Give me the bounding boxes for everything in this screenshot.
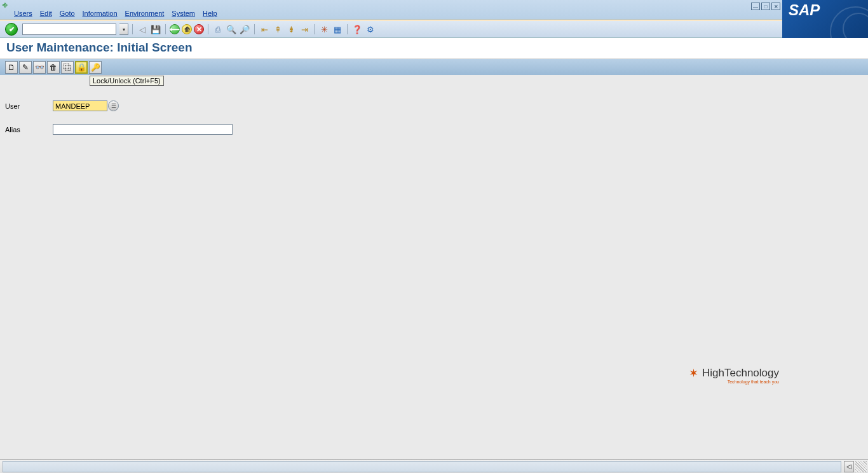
tooltip: Lock/Unlock (Ctrl+F5) bbox=[90, 76, 164, 86]
find-icon[interactable]: 🔍 bbox=[226, 24, 237, 35]
help-icon[interactable]: ❓ bbox=[351, 24, 363, 35]
back-nav-icon[interactable]: ⟵ bbox=[170, 24, 180, 34]
command-dropdown[interactable]: ▾ bbox=[119, 24, 128, 35]
user-field[interactable] bbox=[53, 100, 107, 111]
cancel-nav-icon[interactable]: ✕ bbox=[194, 24, 204, 34]
lock-unlock-button[interactable]: 🔒 bbox=[75, 61, 88, 74]
alias-field[interactable] bbox=[53, 124, 233, 135]
last-page-icon[interactable]: ⇥ bbox=[299, 24, 310, 35]
user-row: User ☰ bbox=[5, 100, 863, 111]
alias-label: Alias bbox=[5, 126, 53, 134]
alias-row: Alias bbox=[5, 124, 863, 135]
find-next-icon[interactable]: 🔎 bbox=[239, 24, 250, 35]
menu-information[interactable]: Information bbox=[83, 10, 118, 17]
user-label: User bbox=[5, 102, 53, 110]
session-icon[interactable]: ⎆ bbox=[3, 0, 8, 10]
menu-help[interactable]: Help bbox=[203, 10, 217, 17]
next-page-icon[interactable]: ⇟ bbox=[285, 24, 297, 35]
menu-environment[interactable]: Environment bbox=[125, 10, 165, 17]
sap-logo: SAP bbox=[782, 0, 868, 38]
menu-goto[interactable]: Goto bbox=[60, 10, 75, 17]
title-bar: User Maintenance: Initial Screen bbox=[0, 38, 868, 59]
password-button[interactable]: 🔑 bbox=[89, 61, 102, 74]
copy-button[interactable]: ⿻ bbox=[61, 61, 74, 74]
command-field[interactable] bbox=[22, 24, 116, 35]
watermark-subtext: Technology that teach you bbox=[728, 380, 779, 384]
menu-users[interactable]: Users bbox=[14, 10, 32, 17]
watermark-icon: ✶ bbox=[689, 366, 698, 380]
page-title: User Maintenance: Initial Screen bbox=[6, 41, 862, 55]
exit-nav-icon[interactable]: ⟰ bbox=[182, 24, 192, 34]
first-page-icon[interactable]: ⇤ bbox=[259, 24, 270, 35]
create-session-icon[interactable]: ✳ bbox=[318, 24, 330, 35]
customize-icon[interactable]: ⚙ bbox=[365, 24, 376, 35]
close-button[interactable]: ✕ bbox=[771, 3, 780, 10]
menu-edit[interactable]: Edit bbox=[40, 10, 52, 17]
menu-system[interactable]: System bbox=[172, 10, 195, 17]
print-icon[interactable]: ⎙ bbox=[212, 24, 224, 35]
status-message bbox=[3, 461, 841, 472]
minimize-button[interactable]: — bbox=[751, 3, 760, 10]
application-toolbar: 🗋 ✎ 👓 🗑 ⿻ 🔒 🔑 Lock/Unlock (Ctrl+F5) bbox=[0, 59, 868, 75]
content-area: User ☰ Alias ✶ HighTechnology Technology… bbox=[0, 75, 868, 418]
create-button[interactable]: 🗋 bbox=[5, 61, 18, 74]
window-header: ⎆ Users Edit Goto Information Environmen… bbox=[0, 0, 868, 20]
back-icon[interactable]: ◁ bbox=[137, 24, 148, 35]
sap-logo-text: SAP bbox=[789, 1, 820, 19]
search-help-icon[interactable]: ☰ bbox=[108, 100, 119, 111]
enter-button[interactable]: ✔ bbox=[5, 23, 18, 36]
resize-grip[interactable] bbox=[855, 461, 867, 472]
standard-toolbar: ✔ ▾ ◁ 💾 ⟵ ⟰ ✕ ⎙ 🔍 🔎 ⇤ ⇞ ⇟ ⇥ ✳ ▦ ❓ ⚙ bbox=[0, 20, 868, 38]
delete-button[interactable]: 🗑 bbox=[47, 61, 60, 74]
prev-page-icon[interactable]: ⇞ bbox=[272, 24, 283, 35]
save-icon[interactable]: 💾 bbox=[150, 24, 161, 35]
display-button[interactable]: 👓 bbox=[33, 61, 46, 74]
generate-shortcut-icon[interactable]: ▦ bbox=[332, 24, 343, 35]
status-expand-left[interactable]: ◁ bbox=[844, 461, 854, 472]
status-bar: ◁ bbox=[0, 459, 868, 473]
window-controls: — □ ✕ bbox=[751, 3, 780, 10]
watermark: ✶ HighTechnology Technology that teach y… bbox=[689, 366, 779, 380]
menu-bar: Users Edit Goto Information Environment … bbox=[0, 8, 217, 19]
maximize-button[interactable]: □ bbox=[761, 3, 770, 10]
watermark-text: HighTechnology bbox=[702, 367, 779, 380]
change-button[interactable]: ✎ bbox=[19, 61, 32, 74]
